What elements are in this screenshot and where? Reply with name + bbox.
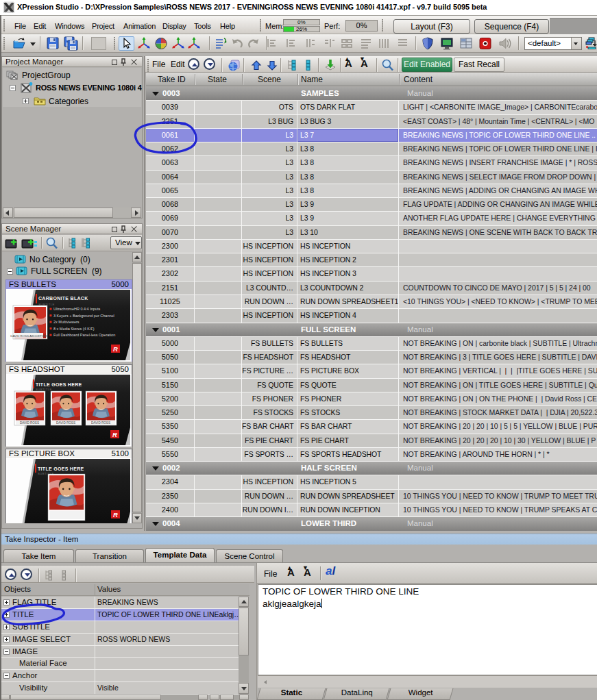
svg-text:TITLE GOES HERE: TITLE GOES HERE — [38, 466, 84, 471]
svg-text:Full Dashboard Panel-less Oper: Full Dashboard Panel-less Operation — [53, 333, 115, 337]
svg-text:2x Multiviewers: 2x Multiviewers — [53, 320, 80, 324]
svg-text:DAVID ROSS: DAVID ROSS — [56, 421, 75, 425]
svg-text:SUBTITLE: SUBTITLE — [36, 388, 52, 391]
svg-text:DAVID ROSS ABCDEFGHI: DAVID ROSS ABCDEFGHI — [10, 334, 47, 338]
svg-text:CARBONITE BLACK: CARBONITE BLACK — [38, 296, 88, 301]
svg-text:8 x Media Stores (4 K/F): 8 x Media Stores (4 K/F) — [53, 327, 95, 331]
svg-text:DAVID ROSS: DAVID ROSS — [91, 421, 110, 425]
svg-text:R: R — [112, 431, 117, 438]
svg-text:R: R — [113, 345, 118, 353]
svg-text:R: R — [113, 511, 118, 518]
svg-text:UltrachromeHR 0.4:4 Inputs: UltrachromeHR 0.4:4 Inputs — [53, 307, 100, 311]
svg-text:3 Keyers + Background per Chan: 3 Keyers + Background per Channel — [53, 314, 114, 318]
svg-text:DAVID ROSS: DAVID ROSS — [20, 421, 39, 425]
svg-text:TITLE GOES HERE: TITLE GOES HERE — [36, 382, 82, 387]
